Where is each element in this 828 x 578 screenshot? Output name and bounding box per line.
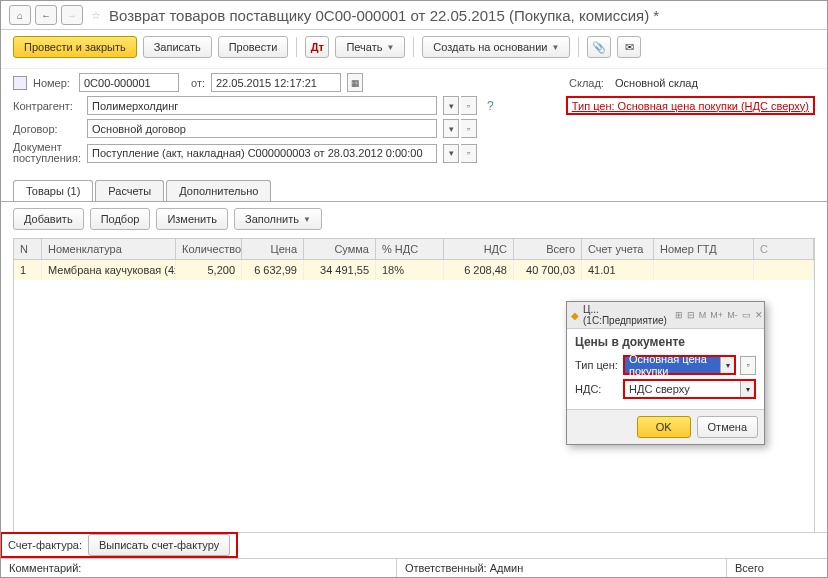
back-button[interactable]: ← <box>35 5 57 25</box>
popup-close-icon[interactable]: ✕ <box>755 309 763 322</box>
home-button[interactable]: ⌂ <box>9 5 31 25</box>
col-vat[interactable]: НДС <box>444 239 514 259</box>
popup-min-icon[interactable]: ▭ <box>742 309 751 322</box>
tab-settlements[interactable]: Расчеты <box>95 180 164 201</box>
popup-heading: Цены в документе <box>575 335 756 349</box>
price-type-link[interactable]: Тип цен: Основная цена покупки (НДС свер… <box>572 100 809 112</box>
receipt-dropdown[interactable]: ▾ <box>443 144 459 163</box>
popup-tool-m3[interactable]: M- <box>727 309 738 322</box>
counterparty-label: Контрагент: <box>13 100 81 112</box>
col-nom[interactable]: Номенклатура <box>42 239 176 259</box>
popup-price-type-value: Основная цена покупки <box>625 357 720 373</box>
col-acc[interactable]: Счет учета <box>582 239 654 259</box>
col-price[interactable]: Цена <box>242 239 304 259</box>
date-input[interactable]: 22.05.2015 12:17:21 <box>211 73 341 92</box>
receipt-label: Документ поступления: <box>13 142 81 164</box>
col-total[interactable]: Всего <box>514 239 582 259</box>
popup-window-tag: Ц... (1С:Предприятие) <box>583 304 667 326</box>
price-type-link-box: Тип цен: Основная цена покупки (НДС свер… <box>566 96 815 115</box>
popup-vat-value: НДС сверху <box>625 381 740 397</box>
post-and-close-button[interactable]: Провести и закрыть <box>13 36 137 58</box>
popup-cancel-button[interactable]: Отмена <box>697 416 758 438</box>
number-input[interactable]: 0С00-000001 <box>79 73 179 92</box>
change-button[interactable]: Изменить <box>156 208 228 230</box>
contract-label: Договор: <box>13 123 81 135</box>
counterparty-dropdown[interactable]: ▾ <box>443 96 459 115</box>
col-qty[interactable]: Количество <box>176 239 242 259</box>
col-rest: С <box>754 239 814 259</box>
save-button[interactable]: Записать <box>143 36 212 58</box>
popup-price-type-field[interactable]: Основная цена покупки ▾ <box>623 355 736 375</box>
page-title: Возврат товаров поставщику 0С00-000001 о… <box>109 7 659 24</box>
forward-button[interactable]: → <box>61 5 83 25</box>
prices-popup: ◆ Ц... (1С:Предприятие) ⊞ ⊟ M M+ M- ▭ ✕ … <box>566 301 765 445</box>
grid-header: N Номенклатура Количество Цена Сумма % Н… <box>14 239 814 260</box>
write-invoice-button[interactable]: Выписать счет-фактуру <box>88 534 230 556</box>
popup-tool-2[interactable]: ⊟ <box>687 309 695 322</box>
col-gtd[interactable]: Номер ГТД <box>654 239 754 259</box>
total-label: Всего <box>735 562 764 574</box>
popup-ok-button[interactable]: OK <box>637 416 691 438</box>
popup-vat-label: НДС: <box>575 383 619 395</box>
counterparty-input[interactable]: Полимерхолдинг <box>87 96 437 115</box>
post-button[interactable]: Провести <box>218 36 289 58</box>
col-sum[interactable]: Сумма <box>304 239 376 259</box>
responsible-label: Ответственный: <box>405 562 487 574</box>
select-button[interactable]: Подбор <box>90 208 151 230</box>
add-row-button[interactable]: Добавить <box>13 208 84 230</box>
warehouse-value: Основной склад <box>615 77 815 89</box>
comment-row: Комментарий: Ответственный: Админ Всего <box>1 558 827 577</box>
popup-tool-1[interactable]: ⊞ <box>675 309 683 322</box>
form-area: Номер: 0С00-000001 от: 22.05.2015 12:17:… <box>1 69 827 174</box>
main-toolbar: Провести и закрыть Записать Провести Дт … <box>1 30 827 69</box>
invoice-label: Счет-фактура: <box>8 539 82 551</box>
counterparty-open[interactable]: ▫ <box>461 96 477 115</box>
col-n[interactable]: N <box>14 239 42 259</box>
popup-vat-field[interactable]: НДС сверху ▾ <box>623 379 756 399</box>
doc-status-icon <box>13 76 27 90</box>
contract-open[interactable]: ▫ <box>461 119 477 138</box>
from-label: от: <box>185 77 205 89</box>
contract-dropdown[interactable]: ▾ <box>443 119 459 138</box>
receipt-open[interactable]: ▫ <box>461 144 477 163</box>
date-calendar-button[interactable]: ▦ <box>347 73 363 92</box>
col-vatp[interactable]: % НДС <box>376 239 444 259</box>
fill-button[interactable]: Заполнить▼ <box>234 208 322 230</box>
popup-tool-m2[interactable]: M+ <box>710 309 723 322</box>
popup-titlebar[interactable]: ◆ Ц... (1С:Предприятие) ⊞ ⊟ M M+ M- ▭ ✕ <box>567 302 764 329</box>
responsible-value: Админ <box>490 562 524 574</box>
number-label: Номер: <box>33 77 73 89</box>
app-window: ⌂ ← → ☆ Возврат товаров поставщику 0С00-… <box>0 0 828 578</box>
popup-price-type-label: Тип цен: <box>575 359 619 371</box>
warehouse-label: Склад: <box>569 77 609 89</box>
popup-price-type-dropdown[interactable]: ▾ <box>720 357 734 373</box>
app-icon: ◆ <box>571 310 579 321</box>
attach-button[interactable]: 📎 <box>587 36 611 58</box>
popup-price-type-open[interactable]: ▫ <box>740 356 756 375</box>
dt-kt-button[interactable]: Дт <box>305 36 329 58</box>
titlebar: ⌂ ← → ☆ Возврат товаров поставщику 0С00-… <box>1 1 827 30</box>
contract-input[interactable]: Основной договор <box>87 119 437 138</box>
popup-tool-m[interactable]: M <box>699 309 707 322</box>
comment-label: Комментарий: <box>9 562 81 574</box>
receipt-input[interactable]: Поступление (акт, накладная) С000000003 … <box>87 144 437 163</box>
table-row[interactable]: 1 Мембрана каучуковая (4x1... 5,200 6 63… <box>14 260 814 280</box>
bottom-bar: Счет-фактура: Выписать счет-фактуру Комм… <box>1 532 827 577</box>
tab-goods[interactable]: Товары (1) <box>13 180 93 201</box>
popup-vat-dropdown[interactable]: ▾ <box>740 381 754 397</box>
email-button[interactable]: ✉ <box>617 36 641 58</box>
create-based-button[interactable]: Создать на основании▼ <box>422 36 570 58</box>
favorite-icon[interactable]: ☆ <box>87 6 105 24</box>
counterparty-help-icon[interactable]: ? <box>487 99 494 113</box>
grid-toolbar: Добавить Подбор Изменить Заполнить▼ <box>1 202 827 236</box>
print-button[interactable]: Печать▼ <box>335 36 405 58</box>
tab-extra[interactable]: Дополнительно <box>166 180 271 201</box>
tabs: Товары (1) Расчеты Дополнительно <box>1 180 827 202</box>
